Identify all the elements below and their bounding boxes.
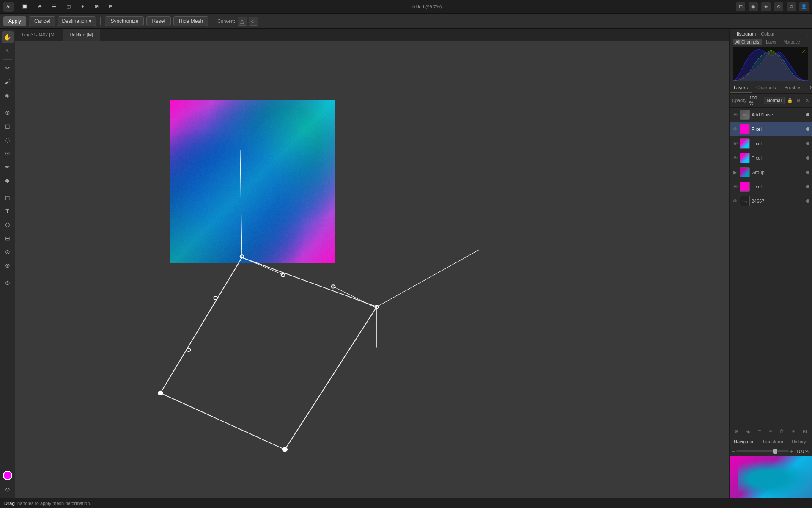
menu-view[interactable]: ☰	[50, 3, 58, 10]
tool-extra[interactable]: ⊜	[2, 483, 14, 495]
tool-picker[interactable]: ⊘	[2, 246, 14, 258]
menu-help[interactable]: ⊟	[107, 3, 114, 10]
tool-retouch[interactable]: ◻	[2, 120, 14, 132]
hide-mesh-button[interactable]: Hide Mesh	[173, 16, 208, 26]
delete-icon[interactable]: ✕	[803, 97, 811, 104]
tool-gradient[interactable]: ⊟	[2, 232, 14, 244]
all-channels-tab[interactable]: All Channels	[733, 39, 762, 45]
duplicate-icon[interactable]: ⊟	[766, 427, 775, 436]
histogram-warning-icon: ⚠	[802, 49, 807, 55]
visibility-icon-5[interactable]: 👁	[732, 184, 738, 189]
display-icon[interactable]: ◉	[749, 2, 758, 11]
tool-text[interactable]: T	[2, 205, 14, 217]
panel-menu-icon[interactable]: ≡	[805, 30, 809, 37]
visibility-icon-3[interactable]: 👁	[732, 155, 738, 160]
toolbar-icons: ⊡ ◉ ◈ ⊛ ⊚ 👤	[736, 2, 809, 11]
settings-icon[interactable]: ⚙	[795, 97, 802, 104]
apply-button[interactable]: Apply	[3, 16, 26, 26]
group-icon[interactable]: ⊠	[800, 427, 809, 436]
profile-icon[interactable]: 👤	[799, 2, 809, 11]
layer-tab[interactable]: Layer	[763, 39, 779, 45]
synchronize-button[interactable]: Synchronize	[105, 16, 144, 26]
tool-shape[interactable]: ◻	[2, 192, 14, 204]
brushes-tab[interactable]: Brushes	[780, 83, 806, 93]
menu-edit[interactable]: ⊕	[36, 3, 44, 10]
layer-item-add-noise[interactable]: 👁 fx Add Noise	[730, 108, 812, 122]
channels-tab[interactable]: Channels	[752, 83, 780, 93]
navigator-controls: − + 100 %	[730, 447, 812, 456]
mode-icon[interactable]: ◈	[761, 2, 771, 11]
layer-item-pixel-1[interactable]: 👁 Pixel	[730, 122, 812, 136]
layer-item-pixel-5[interactable]: 👁 Pixel	[730, 179, 812, 194]
convert-diamond-icon[interactable]: ◇	[249, 17, 258, 26]
canvas-tab-2[interactable]: Untitled [M]	[63, 29, 101, 41]
layer-name-3: Pixel	[752, 155, 804, 160]
marquee-tab[interactable]: Marquee	[781, 39, 802, 45]
visibility-icon-6[interactable]: 👁	[732, 199, 738, 204]
navigator-tab[interactable]: Navigator	[730, 437, 758, 447]
nav-panel-menu-icon[interactable]: ≡	[810, 437, 812, 447]
lock-icon[interactable]: 🔒	[786, 97, 794, 104]
transform-tab[interactable]: Transform	[758, 437, 787, 447]
zoom-slider-thumb[interactable]	[773, 449, 777, 454]
export-icon[interactable]: ⊛	[774, 2, 783, 11]
tool-hand[interactable]: ✋	[2, 31, 14, 43]
menu-tools[interactable]: ✦	[79, 3, 86, 10]
layer-dot-0	[806, 113, 809, 116]
svg-point-12	[214, 296, 217, 299]
history-tab[interactable]: History	[787, 437, 810, 447]
zoom-slider-track[interactable]	[736, 450, 788, 452]
layer-item-pixel-2[interactable]: 👁 Pixel	[730, 136, 812, 151]
blend-mode-dropdown[interactable]: Normal	[764, 97, 785, 104]
destination-dropdown[interactable]: Destination ▾	[58, 16, 96, 26]
tool-heal[interactable]: ◈	[2, 89, 14, 101]
tool-fill[interactable]: ⬡	[2, 219, 14, 231]
layers-tab[interactable]: Layers	[730, 83, 752, 93]
colour-tab[interactable]: Colour	[759, 30, 776, 37]
menu-filter[interactable]: ⊞	[93, 3, 100, 10]
menu-file[interactable]: 🔲	[20, 3, 30, 10]
stock-tab[interactable]: Stock	[806, 83, 812, 93]
tool-zoom[interactable]: ⊚	[2, 277, 14, 289]
tool-node[interactable]: ◆	[2, 174, 14, 186]
zoom-out-icon[interactable]: −	[732, 449, 735, 454]
tool-pen[interactable]: ✒	[2, 161, 14, 173]
opacity-value[interactable]: 100 %	[749, 95, 762, 105]
add-adjustment-icon[interactable]: ⊕	[732, 427, 741, 436]
visibility-icon-4[interactable]: ▶	[732, 170, 738, 175]
window-title: Untitled (99.7%)	[121, 4, 729, 9]
canvas-tab-1[interactable]: blog31-0402 [M]	[15, 29, 63, 41]
svg-point-6	[158, 391, 163, 395]
tool-paint[interactable]: 🖌	[2, 76, 14, 88]
trash-icon[interactable]: 🗑	[777, 427, 787, 436]
view-icon[interactable]: ⊡	[736, 2, 745, 11]
new-layer-icon[interactable]: ⊞	[789, 427, 798, 436]
tool-blur[interactable]: ◌	[2, 134, 14, 146]
toolbar-separator-2	[213, 17, 213, 25]
zoom-in-icon[interactable]: +	[790, 449, 793, 454]
tool-clone[interactable]: ⊕	[2, 107, 14, 119]
visibility-icon-0[interactable]: 👁	[732, 112, 738, 117]
share-icon[interactable]: ⊚	[787, 2, 796, 11]
convert-triangle-icon[interactable]: △	[238, 17, 247, 26]
add-fx-icon[interactable]: ◈	[743, 427, 753, 436]
tool-dodge[interactable]: ⊙	[2, 147, 14, 159]
color-swatch[interactable]	[3, 471, 12, 480]
histogram-tab[interactable]: Histogram	[733, 30, 757, 37]
visibility-icon-1[interactable]: 👁	[732, 127, 738, 132]
navigator-preview[interactable]	[730, 456, 812, 498]
layer-item-24667[interactable]: 👁 img 24667	[730, 194, 812, 208]
menu-layer[interactable]: ◫	[65, 3, 72, 10]
status-bar: Drag handles to apply mesh deformation.	[0, 498, 812, 508]
layer-item-group[interactable]: ▶ Group	[730, 165, 812, 179]
reset-button[interactable]: Reset	[146, 16, 170, 26]
tool-measure[interactable]: ⊛	[2, 260, 14, 271]
layer-item-pixel-3[interactable]: 👁 Pixel	[730, 151, 812, 165]
cancel-button[interactable]: Cancel	[29, 16, 55, 26]
canvas-viewport[interactable]	[15, 41, 729, 498]
tool-sep-2	[3, 104, 12, 104]
tool-crop[interactable]: ✂	[2, 62, 14, 74]
mask-icon[interactable]: ◻	[755, 427, 764, 436]
tool-select[interactable]: ↖	[2, 45, 14, 57]
visibility-icon-2[interactable]: 👁	[732, 141, 738, 146]
